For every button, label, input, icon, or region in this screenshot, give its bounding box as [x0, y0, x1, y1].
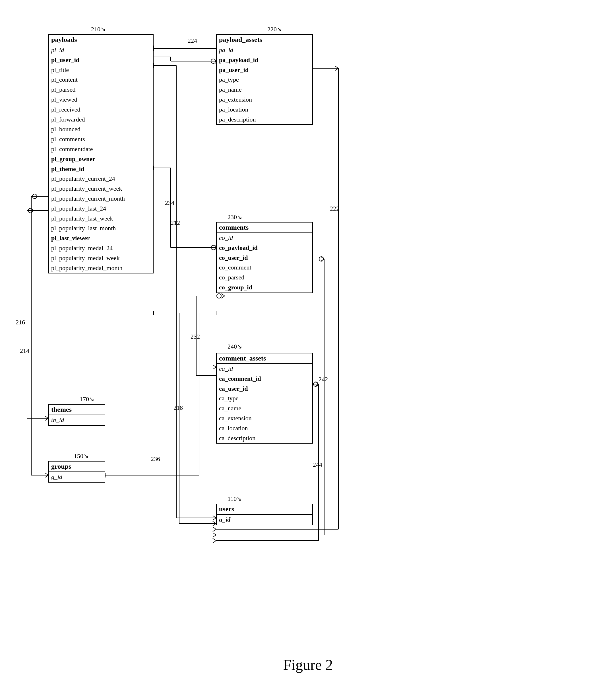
field-pl-last-viewer: pl_last_viewer [49, 233, 153, 243]
field-pl-pop-curr-24: pl_popularity_current_24 [49, 174, 153, 184]
svg-line-32 [45, 418, 48, 421]
field-co-group-id: co_group_id [217, 283, 312, 292]
svg-line-71 [321, 257, 324, 259]
svg-line-72 [321, 259, 324, 261]
comments-header: comments [217, 222, 312, 233]
field-pl-pop-last-week: pl_popularity_last_week [49, 214, 153, 224]
field-ca-id: ca_id [217, 364, 312, 374]
field-pl-pop-last-month: pl_popularity_last_month [49, 223, 153, 233]
label-110: 110↘ [228, 495, 242, 503]
field-co-user-id: co_user_id [217, 253, 312, 263]
users-table: users u_id [216, 504, 313, 525]
svg-text:216: 216 [16, 319, 25, 326]
label-170: 170↘ [80, 396, 94, 403]
field-pl-bounced: pl_bounced [49, 124, 153, 134]
svg-line-31 [45, 416, 48, 418]
svg-text:222: 222 [330, 205, 339, 212]
field-th-id: th_id [49, 415, 105, 425]
field-pa-type: pa_type [217, 75, 312, 85]
field-pa-user-id: pa_user_id [217, 65, 312, 75]
svg-line-17 [213, 516, 216, 518]
comment-assets-table: comment_assets ca_id ca_comment_id ca_us… [216, 353, 313, 444]
svg-point-10 [211, 59, 215, 63]
svg-line-74 [213, 533, 216, 535]
field-ca-type: ca_type [217, 394, 312, 404]
svg-line-39 [213, 524, 216, 526]
field-pl-group-owner: pl_group_owner [49, 154, 153, 164]
field-co-payload-id: co_payload_id [217, 243, 312, 253]
field-pa-extension: pa_extension [217, 95, 312, 105]
field-pl-parsed: pl_parsed [49, 85, 153, 95]
payloads-header: payloads [49, 35, 153, 45]
field-pl-theme-id: pl_theme_id [49, 164, 153, 174]
comments-table: comments co_id co_payload_id co_user_id … [216, 222, 313, 293]
svg-line-91 [221, 294, 225, 296]
diagram-container: 224 212 214 216 [11, 11, 605, 637]
field-pa-payload-id: pa_payload_id [217, 55, 312, 65]
svg-line-24 [45, 473, 48, 475]
payloads-table: payloads pl_id pl_user_id pl_title pl_co… [48, 34, 153, 273]
svg-point-90 [217, 294, 221, 298]
field-pl-forwarded: pl_forwarded [49, 115, 153, 125]
field-pl-commentdate: pl_commentdate [49, 144, 153, 154]
svg-line-75 [213, 535, 216, 537]
field-pl-pop-medal-week: pl_popularity_medal_week [49, 253, 153, 263]
svg-line-18 [213, 518, 216, 520]
field-pa-description: pa_description [217, 115, 312, 125]
svg-text:242: 242 [319, 376, 328, 383]
field-pl-id: pl_id [49, 45, 153, 55]
themes-header: themes [49, 405, 105, 415]
field-ca-comment-id: ca_comment_id [217, 374, 312, 384]
field-ca-user-id: ca_user_id [217, 384, 312, 394]
field-u-id: u_id [217, 515, 312, 525]
svg-line-92 [221, 296, 225, 298]
svg-line-47 [213, 529, 216, 532]
svg-line-81 [315, 384, 319, 386]
groups-header: groups [49, 461, 105, 472]
svg-line-80 [315, 382, 319, 384]
svg-line-45 [335, 68, 338, 70]
field-pl-pop-last-24: pl_popularity_last_24 [49, 204, 153, 214]
svg-text:214: 214 [20, 347, 29, 354]
svg-text:224: 224 [188, 37, 197, 44]
svg-line-25 [45, 475, 48, 477]
payload-assets-table: payload_assets pa_id pa_payload_id pa_us… [216, 34, 313, 125]
field-co-comment: co_comment [217, 263, 312, 273]
field-pa-location: pa_location [217, 105, 312, 115]
comment-assets-header: comment_assets [217, 353, 312, 364]
field-pl-received: pl_received [49, 105, 153, 115]
label-240: 240↘ [228, 343, 242, 350]
svg-point-29 [28, 208, 33, 213]
svg-text:236: 236 [151, 455, 160, 462]
svg-point-53 [211, 245, 215, 250]
svg-line-83 [213, 538, 216, 541]
svg-line-62 [213, 367, 216, 369]
figure-caption: Figure 2 [283, 657, 333, 673]
field-pl-user-id: pl_user_id [49, 55, 153, 65]
field-pl-pop-curr-week: pl_popularity_current_week [49, 184, 153, 194]
field-g-id: g_id [49, 472, 105, 482]
groups-table: groups g_id [48, 461, 105, 483]
field-ca-extension: ca_extension [217, 413, 312, 423]
field-pa-id: pa_id [217, 45, 312, 55]
field-pl-pop-curr-month: pl_popularity_current_month [49, 194, 153, 204]
svg-text:212: 212 [171, 219, 180, 226]
svg-point-82 [313, 382, 318, 386]
field-pl-comments: pl_comments [49, 134, 153, 144]
field-pl-pop-medal-month: pl_popularity_medal_month [49, 263, 153, 273]
field-pl-viewed: pl_viewed [49, 95, 153, 105]
field-pl-title: pl_title [49, 65, 153, 75]
svg-point-22 [32, 194, 37, 199]
label-150: 150↘ [74, 453, 88, 460]
svg-text:218: 218 [174, 404, 183, 411]
label-220: 220↘ [268, 26, 282, 33]
field-co-parsed: co_parsed [217, 273, 312, 283]
field-pa-name: pa_name [217, 85, 312, 95]
label-230: 230↘ [228, 213, 242, 221]
field-ca-description: ca_description [217, 433, 312, 443]
users-header: users [217, 504, 312, 515]
svg-line-84 [213, 541, 216, 543]
themes-table: themes th_id [48, 404, 105, 426]
field-pl-content: pl_content [49, 75, 153, 85]
payload-assets-header: payload_assets [217, 35, 312, 45]
